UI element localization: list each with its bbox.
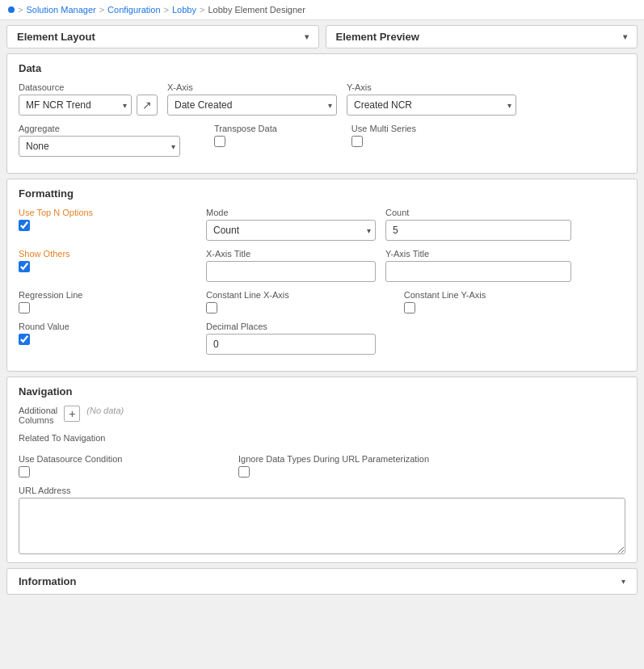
nav-top-row: Additional Columns + (No data) [19,406,625,425]
top-n-group: Use Top N Options [19,208,196,231]
datasource-select-wrapper: MF NCR Trend ▾ [19,95,132,116]
show-others-label: Show Others [19,249,196,259]
yaxis-group: Y-Axis Created NCR ▾ [347,82,516,116]
formatting-row-4: Round Value Decimal Places [19,322,625,355]
transpose-checkbox-wrapper [214,136,277,147]
breadcrumb-solution-manager[interactable]: Solution Manager [26,5,95,15]
use-datasource-group: Use Datasource Condition [19,454,229,478]
constant-xaxis-checkbox[interactable] [206,302,217,313]
use-datasource-checkbox-wrapper [19,466,229,478]
element-preview-chevron: ▾ [623,32,627,41]
information-title: Information [19,575,77,587]
use-datasource-checkbox[interactable] [19,466,30,478]
constant-xaxis-group: Constant Line X-Axis [206,290,289,313]
breadcrumb: > Solution Manager > Configuration > Lob… [0,0,644,20]
top-n-checkbox-wrapper [19,220,196,231]
regression-checkbox[interactable] [19,302,30,313]
regression-label: Regression Line [19,290,196,300]
transpose-group: Transpose Data [214,124,277,147]
decimal-places-group: Decimal Places [206,322,376,355]
additional-columns-label-col: Additional Columns [19,406,57,425]
round-value-label: Round Value [19,322,196,331]
datasource-select[interactable]: MF NCR Trend [19,95,132,116]
aggregate-label: Aggregate [19,124,180,133]
round-value-checkbox[interactable] [19,334,30,345]
constant-xaxis-label: Constant Line X-Axis [206,290,289,300]
mode-select[interactable]: Count [206,220,376,241]
round-value-group: Round Value [19,322,196,345]
regression-checkbox-wrapper [19,302,196,313]
mode-group: Mode Count ▾ [206,208,376,241]
top-panels: Element Layout ▾ Element Preview ▾ [0,20,644,53]
navigation-section-title: Navigation [19,385,625,398]
multi-series-checkbox[interactable] [351,136,363,147]
yaxis-label: Y-Axis [347,82,516,92]
constant-yaxis-checkbox[interactable] [404,302,415,313]
xaxis-group: X-Axis Date Created ▾ [167,82,337,116]
datasource-group: Datasource MF NCR Trend ▾ ↗ [19,82,158,116]
no-data-text: (No data) [86,406,124,415]
navigation-section: Navigation Additional Columns + (No data… [6,377,638,563]
constant-yaxis-group: Constant Line Y-Axis [404,290,486,313]
url-address-label: URL Address [19,486,625,495]
url-address-group: URL Address [19,486,625,554]
information-section[interactable]: Information ▾ [6,568,638,595]
formatting-section-title: Formatting [19,187,625,200]
aggregate-select[interactable]: None [19,136,180,157]
yaxis-select[interactable]: Created NCR [347,95,516,116]
constant-yaxis-checkbox-wrapper [404,302,486,313]
breadcrumb-dot [8,6,15,13]
ignore-types-checkbox[interactable] [238,466,250,478]
show-others-checkbox[interactable] [19,261,30,272]
element-layout-panel[interactable]: Element Layout ▾ [6,25,319,48]
round-value-checkbox-wrapper [19,334,196,345]
breadcrumb-lobby[interactable]: Lobby [172,5,196,15]
multi-series-label: Use Multi Series [351,124,416,133]
regression-group: Regression Line [19,290,196,313]
decimal-places-input[interactable] [206,334,376,355]
data-section-title: Data [19,62,625,74]
formatting-section: Formatting Use Top N Options Mode Count … [6,179,638,372]
mode-label: Mode [206,208,376,217]
datasource-link-btn[interactable]: ↗ [137,95,158,116]
navigation-label: Navigation [63,433,105,443]
breadcrumb-configuration[interactable]: Configuration [107,5,160,15]
mode-select-wrapper: Count ▾ [206,220,376,241]
top-n-checkbox[interactable] [19,220,30,231]
yaxis-title-input[interactable] [385,261,571,282]
count-input[interactable] [385,220,571,241]
formatting-row-2: Show Others X-Axis Title Y-Axis Title [19,249,625,282]
xaxis-label: X-Axis [167,82,337,92]
yaxis-select-wrapper: Created NCR ▾ [347,95,516,116]
add-column-btn[interactable]: + [64,406,80,422]
aggregate-group: Aggregate None ▾ [19,124,180,157]
related-to-nav-label: Related To Navigation [19,433,625,443]
yaxis-title-label: Y-Axis Title [385,249,571,259]
additional-label: Additional [19,406,57,415]
element-preview-panel[interactable]: Element Preview ▾ [326,25,638,48]
transpose-label: Transpose Data [214,124,277,133]
link-icon: ↗ [142,99,152,112]
top-n-label: Use Top N Options [19,208,196,217]
constant-yaxis-label: Constant Line Y-Axis [404,290,486,300]
decimal-places-label: Decimal Places [206,322,376,331]
element-layout-chevron: ▾ [305,32,309,41]
multi-series-checkbox-wrapper [351,136,416,147]
element-layout-label: Element Layout [17,31,95,43]
datasource-label: Datasource [19,82,158,92]
xaxis-title-label: X-Axis Title [206,249,376,259]
data-section: Data Datasource MF NCR Trend ▾ ↗ [6,53,638,174]
ignore-types-checkbox-wrapper [238,466,429,478]
xaxis-title-input[interactable] [206,261,376,282]
xaxis-select[interactable]: Date Created [167,95,337,116]
formatting-row-3: Regression Line Constant Line X-Axis Con… [19,290,625,313]
information-chevron: ▾ [621,577,625,586]
ignore-types-label: Ignore Data Types During URL Parameteriz… [238,454,429,464]
datasource-row: MF NCR Trend ▾ ↗ [19,95,158,116]
transpose-checkbox[interactable] [214,136,225,147]
yaxis-title-group: Y-Axis Title [385,249,571,282]
columns-label: Columns [19,415,57,425]
multi-series-group: Use Multi Series [351,124,416,147]
url-address-textarea[interactable] [19,498,625,554]
count-group: Count [385,208,571,241]
